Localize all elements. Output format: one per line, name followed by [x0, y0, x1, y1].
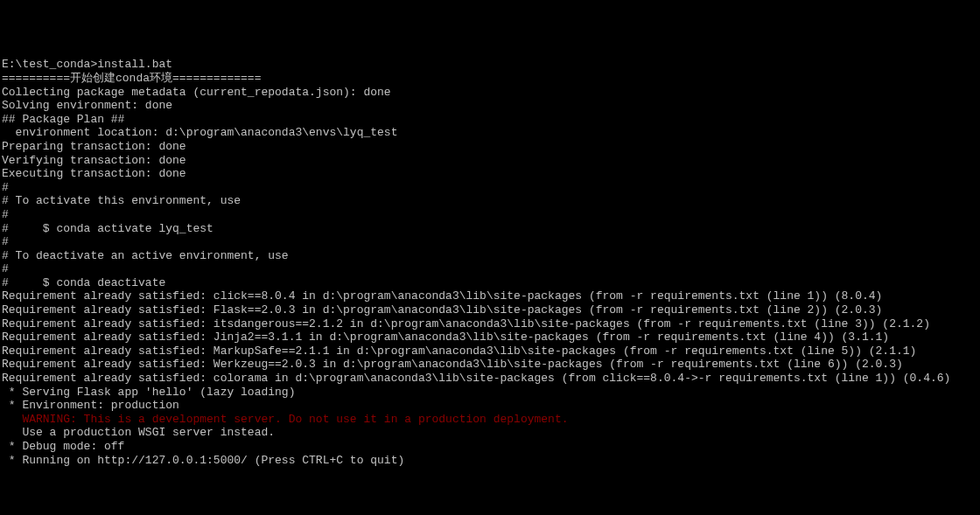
terminal-line: Executing transaction: done — [2, 167, 978, 181]
warning-line: WARNING: This is a development server. D… — [2, 413, 978, 427]
command: install.bat — [97, 58, 172, 72]
terminal-line: Requirement already satisfied: Werkzeug=… — [2, 358, 978, 372]
terminal-line: # — [2, 235, 978, 249]
terminal-line: ==========开始创建conda环境============= — [2, 72, 978, 86]
terminal-line: Solving environment: done — [2, 99, 978, 113]
terminal-line: * Debug mode: off — [2, 440, 978, 454]
terminal-line: Use a production WSGI server instead. — [2, 426, 978, 440]
terminal-line: Requirement already satisfied: click==8.… — [2, 289, 978, 303]
terminal-line: # To deactivate an active environment, u… — [2, 249, 978, 263]
terminal-line: * Running on http://127.0.0.1:5000/ (Pre… — [2, 454, 978, 468]
terminal-line: Preparing transaction: done — [2, 140, 978, 154]
prompt: E:\test_conda> — [2, 58, 97, 72]
terminal-window[interactable]: E:\test_conda>install.bat==========开始创建c… — [2, 58, 978, 467]
terminal-line: Collecting package metadata (current_rep… — [2, 86, 978, 100]
terminal-line: * Serving Flask app 'hello' (lazy loadin… — [2, 386, 978, 400]
terminal-line: # — [2, 208, 978, 222]
terminal-line: ## Package Plan ## — [2, 113, 978, 127]
terminal-line: Requirement already satisfied: Flask==2.… — [2, 303, 978, 317]
terminal-line: Verifying transaction: done — [2, 154, 978, 168]
terminal-line: # — [2, 181, 978, 195]
terminal-line: # $ conda deactivate — [2, 276, 978, 290]
terminal-line: # — [2, 262, 978, 276]
terminal-line: Requirement already satisfied: Jinja2==3… — [2, 331, 978, 344]
terminal-line: Requirement already satisfied: itsdanger… — [2, 317, 978, 331]
terminal-line: # $ conda activate lyq_test — [2, 222, 978, 236]
terminal-line: Requirement already satisfied: colorama … — [2, 372, 978, 386]
terminal-line: Requirement already satisfied: MarkupSaf… — [2, 344, 978, 358]
terminal-line: # To activate this environment, use — [2, 194, 978, 208]
terminal-line: environment location: d:\program\anacond… — [2, 126, 978, 140]
terminal-line: * Environment: production — [2, 399, 978, 413]
